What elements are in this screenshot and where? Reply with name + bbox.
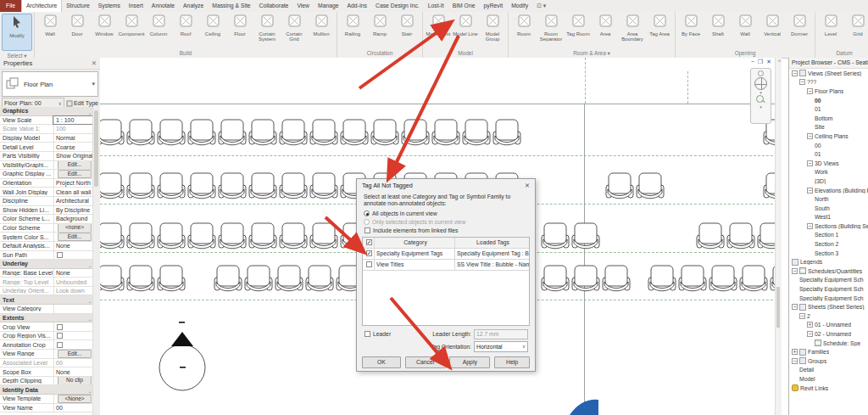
chevron-down-icon[interactable]: ▾	[92, 81, 95, 87]
tree-item-detail[interactable]: Detail	[789, 366, 868, 375]
tree-item-section-1[interactable]: Section 1	[789, 231, 868, 240]
active-tool-indicator[interactable]: ⊡ ▾	[532, 0, 550, 12]
tree-item-sheets-sheet-series-[interactable]: −Sheets (Sheet Series)	[789, 302, 868, 311]
theater-seat[interactable]	[100, 120, 124, 145]
theater-seat[interactable]	[740, 266, 767, 291]
theater-seat[interactable]	[219, 120, 246, 145]
tree-item-3d-views[interactable]: −3D Views	[789, 159, 868, 168]
edit-type-button[interactable]: Edit Type	[66, 100, 98, 107]
property-checkbox[interactable]	[57, 252, 63, 258]
tree-item-sections-building-se[interactable]: −Sections (Building Se	[789, 222, 868, 231]
tab-annotate[interactable]: Annotate	[147, 0, 179, 12]
theater-seat[interactable]	[127, 173, 154, 199]
roof-button[interactable]: Roof	[172, 14, 199, 37]
theater-seat[interactable]	[371, 120, 398, 145]
radio-selected-objects[interactable]	[364, 219, 370, 225]
wall-button[interactable]: Wall	[36, 14, 64, 37]
tree-item-01[interactable]: 01	[789, 104, 868, 114]
property-checkbox[interactable]	[57, 342, 63, 348]
radio-all-objects[interactable]	[364, 210, 370, 216]
theater-seat[interactable]	[310, 173, 337, 199]
ceiling-button[interactable]: Ceiling	[199, 14, 226, 37]
tree-item-specialty-equipment-sch[interactable]: Specialty Equipment Sch	[789, 284, 868, 294]
tab-lost-it[interactable]: Lost-It	[424, 0, 448, 12]
property-value[interactable]: Unbounded	[53, 278, 93, 286]
theater-seat[interactable]	[572, 223, 599, 249]
theater-seat[interactable]	[542, 223, 569, 249]
collapse-icon[interactable]: −	[792, 70, 798, 76]
tab-structure[interactable]: Structure	[62, 0, 94, 12]
floor-button[interactable]: Floor	[226, 14, 253, 37]
help-button[interactable]: Help	[494, 356, 530, 368]
property-value[interactable]: None	[53, 367, 93, 376]
tree-item-ceiling-plans[interactable]: −Ceiling Plans	[789, 132, 868, 141]
scrollbar-up-icon[interactable]: ^	[778, 59, 781, 64]
tree-item-site[interactable]: Site	[789, 123, 868, 132]
property-value[interactable]: 1 : 100	[53, 116, 93, 125]
tree-item-families[interactable]: +Families	[789, 347, 868, 356]
property-value[interactable]: Coarse	[53, 143, 93, 151]
tree-item-section-3[interactable]: Section 3	[789, 249, 868, 258]
tree-item-groups[interactable]: −Groups	[789, 356, 868, 366]
tab-file[interactable]: File	[0, 0, 21, 12]
tree-item-bottom[interactable]: Bottom	[789, 114, 868, 123]
area-boundary-button[interactable]: Area Boundary	[619, 14, 646, 43]
property-edit-button[interactable]: <none>	[58, 224, 92, 233]
collapse-icon[interactable]: −	[792, 358, 798, 364]
elevation-marker[interactable]	[570, 400, 598, 415]
tree-item-section-2[interactable]: Section 2	[789, 239, 868, 249]
view-restore-icon[interactable]: ❐	[758, 59, 763, 65]
linked-files-checkbox[interactable]	[364, 227, 370, 233]
theater-seat[interactable]	[542, 266, 569, 291]
ok-button[interactable]: OK	[362, 356, 401, 368]
theater-seat[interactable]	[214, 266, 242, 291]
property-value[interactable]: Edit...	[53, 161, 93, 170]
dormer-button[interactable]: Dormer	[786, 14, 813, 37]
property-value[interactable]: 00	[53, 359, 93, 367]
property-value[interactable]: By Discipline	[53, 206, 93, 215]
chevron-down-icon[interactable]: ▾	[760, 91, 762, 94]
tab-analyze[interactable]: Analyze	[179, 0, 208, 12]
property-value[interactable]: 00	[53, 404, 93, 412]
property-value[interactable]: Edit...	[53, 170, 93, 178]
property-value[interactable]	[53, 332, 93, 340]
tree-item-00[interactable]: 00	[789, 141, 868, 150]
tab-bim-one[interactable]: BIM One	[448, 0, 480, 12]
collapse-icon[interactable]: −	[792, 304, 798, 310]
theater-seat[interactable]	[402, 120, 429, 145]
tab-view[interactable]: View	[292, 0, 314, 12]
theater-seat[interactable]	[100, 266, 124, 291]
curtain-grid-button[interactable]: Curtain Grid	[281, 14, 308, 43]
steering-wheel-icon[interactable]	[754, 77, 767, 90]
property-value[interactable]: Show Original	[53, 152, 93, 160]
property-value[interactable]: Architectural	[53, 197, 93, 205]
type-selector[interactable]: Floor Plan ▾	[2, 71, 98, 97]
area-button[interactable]: Area	[592, 14, 619, 37]
tag-area-button[interactable]: Tag Area	[646, 14, 673, 37]
property-checkbox[interactable]	[57, 333, 63, 339]
room-button[interactable]: Room	[510, 14, 537, 37]
tree-item-floor-plans[interactable]: −Floor Plans	[789, 87, 868, 96]
theater-seat[interactable]	[249, 173, 276, 199]
property-edit-button[interactable]: No clip	[58, 377, 92, 385]
chevron-down-icon[interactable]: ▾	[760, 105, 762, 109]
property-edit-button[interactable]: Edit...	[58, 170, 92, 178]
tree-item-02-unnamed[interactable]: −02 - Unnamed	[789, 329, 868, 339]
theater-seat[interactable]	[158, 120, 185, 145]
properties-scrollbar[interactable]	[92, 107, 100, 415]
tag-room-button[interactable]: Tag Room	[565, 14, 592, 37]
tree-item-revit-links[interactable]: Revit Links	[789, 384, 868, 393]
tab-modify[interactable]: Modify	[507, 0, 532, 12]
property-edit-button[interactable]: Edit...	[58, 161, 92, 170]
theater-seat[interactable]	[709, 266, 737, 291]
close-icon[interactable]: ✕	[92, 58, 97, 69]
theater-seat[interactable]	[249, 223, 276, 249]
collapse-icon[interactable]: −	[807, 331, 813, 337]
leader-checkbox[interactable]	[364, 331, 370, 337]
view-minimize-icon[interactable]: −	[751, 59, 754, 65]
tree-item-01[interactable]: 01	[789, 149, 868, 159]
railing-button[interactable]: Railing	[339, 14, 366, 37]
tab-case-design-inc-[interactable]: Case Design Inc.	[371, 0, 424, 12]
theater-seat[interactable]	[245, 266, 272, 291]
theater-seat[interactable]	[648, 266, 676, 291]
